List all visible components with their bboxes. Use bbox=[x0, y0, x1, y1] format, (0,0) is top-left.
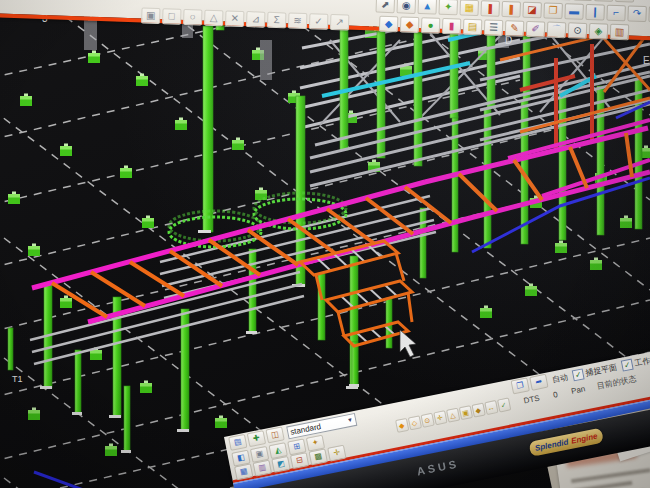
snap-ok-icon[interactable]: ✓ bbox=[497, 398, 511, 413]
snap-triangle-icon[interactable]: △ bbox=[204, 10, 224, 27]
twin-beam-icon[interactable]: ⌐ bbox=[606, 5, 626, 22]
checkbox-icon: ✓ bbox=[621, 358, 634, 371]
paper-text-line bbox=[572, 481, 632, 488]
auto-label: 自动 bbox=[551, 371, 569, 385]
snap-intersect-icon[interactable]: ✛ bbox=[433, 410, 447, 425]
snap-mid-icon[interactable]: △ bbox=[446, 408, 460, 423]
snap-perpendicular-icon[interactable]: ⊿ bbox=[246, 11, 266, 28]
snap-cross-icon[interactable]: ✕ bbox=[225, 10, 245, 27]
status-zero: 0 bbox=[552, 390, 558, 400]
pan-arrow-icon[interactable]: ⬈ bbox=[376, 0, 396, 13]
list-icon[interactable]: ☰ bbox=[484, 19, 504, 36]
chevron-down-icon: ▼ bbox=[347, 416, 354, 423]
snap-point-icon[interactable]: ◆ bbox=[395, 418, 409, 433]
plane-icon[interactable]: ▮ bbox=[442, 18, 462, 35]
grid-tool-icon[interactable]: ▤ bbox=[463, 19, 483, 36]
snap-circle-icon[interactable]: ○ bbox=[183, 9, 203, 26]
select-filter-icon[interactable]: ◆ bbox=[379, 16, 399, 33]
snap-arrow-icon[interactable]: ↗ bbox=[330, 14, 350, 31]
status-dts: DTS bbox=[523, 394, 540, 406]
pin-red-icon[interactable]: ❚ bbox=[480, 0, 500, 17]
snap-edge-icon[interactable]: ▣ bbox=[458, 405, 472, 420]
sticker-word1: Splendid bbox=[534, 437, 569, 452]
report-icon[interactable]: ▥ bbox=[610, 24, 630, 41]
copy-icon[interactable]: ❐ bbox=[543, 2, 563, 19]
sticker-word2: Engine bbox=[570, 432, 598, 446]
asus-logo: ASUS bbox=[416, 457, 460, 477]
checkbox-icon: ✓ bbox=[572, 368, 585, 381]
pin-orange-icon[interactable]: ❚ bbox=[501, 1, 521, 18]
svg-text:T1: T1 bbox=[12, 374, 23, 384]
edit-icon[interactable]: ✎ bbox=[505, 20, 525, 37]
beam-tool-icon[interactable]: ▬ bbox=[564, 3, 584, 20]
snap-sum-icon[interactable]: Σ bbox=[267, 12, 287, 29]
component-icon[interactable]: ✦ bbox=[438, 0, 458, 15]
render-view-icon[interactable]: ▲ bbox=[417, 0, 437, 15]
splendid-sticker: Splendid Engine bbox=[528, 428, 604, 457]
snap-wave-icon[interactable]: ≋ bbox=[288, 13, 308, 30]
material-icon[interactable]: ▦ bbox=[459, 0, 479, 16]
paper-text-line bbox=[571, 468, 650, 483]
curved-beam-icon[interactable]: ↷ bbox=[627, 5, 647, 22]
column-tool-icon[interactable]: ❙ bbox=[585, 4, 605, 21]
clash-check-icon[interactable]: ◪ bbox=[522, 2, 542, 19]
bolt-icon[interactable]: ⊙ bbox=[568, 22, 588, 39]
weld-icon[interactable]: ⌒ bbox=[547, 22, 567, 39]
snap-square-icon[interactable]: □ bbox=[162, 8, 182, 25]
checkbox-label: 工作平面 bbox=[633, 351, 650, 368]
detail-icon[interactable]: ◈ bbox=[589, 23, 609, 40]
orbit-icon[interactable]: ◆ bbox=[400, 16, 420, 33]
binoculars-icon[interactable]: ◉ bbox=[396, 0, 416, 14]
fit-view-icon[interactable]: ● bbox=[421, 17, 441, 34]
snap-grid-icon[interactable]: ▣ bbox=[141, 7, 161, 24]
status-pan: Pan bbox=[570, 384, 586, 396]
mouse-cursor bbox=[400, 330, 416, 357]
snap-end-icon[interactable]: ◇ bbox=[407, 415, 421, 430]
snap-line-icon[interactable]: ↔ bbox=[484, 400, 498, 415]
snap-check-icon[interactable]: ✓ bbox=[309, 13, 329, 30]
snap-center-icon[interactable]: ⊙ bbox=[420, 413, 434, 428]
svg-text:E: E bbox=[643, 55, 650, 66]
snap-any-icon[interactable]: ◆ bbox=[471, 403, 485, 418]
monitor-photo: 3 7 6 D E T1 ❏▤▦❚✂↶↷✦ ⬈◉▲✦▦❚❚◪❐▬❙⌐↷↯ ▣□○… bbox=[0, 0, 650, 488]
measure-icon[interactable]: ✐ bbox=[526, 21, 546, 38]
